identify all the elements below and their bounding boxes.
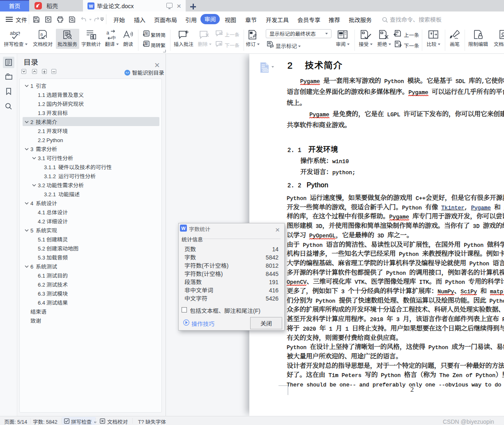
svg-text:中: 中 — [111, 35, 116, 40]
svg-text:a: a — [106, 30, 109, 36]
svg-text:abc: abc — [10, 30, 18, 36]
svg-text:简: 简 — [145, 30, 149, 36]
svg-text:繁: 繁 — [145, 41, 149, 46]
svg-text:a: a — [40, 32, 43, 37]
